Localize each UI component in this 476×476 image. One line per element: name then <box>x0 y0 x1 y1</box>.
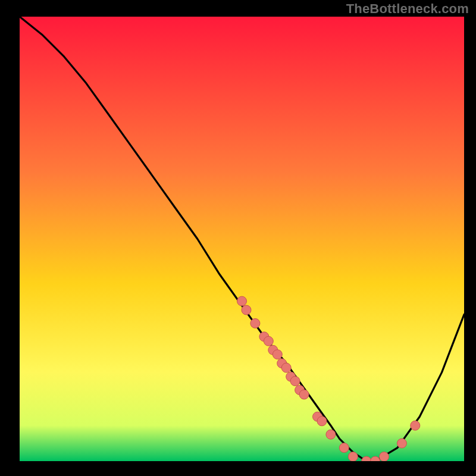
data-point <box>273 350 282 359</box>
data-point <box>339 443 349 453</box>
data-point <box>380 452 389 462</box>
data-point <box>348 452 358 462</box>
chart-svg <box>20 17 464 461</box>
data-point <box>281 363 291 372</box>
data-point <box>237 296 247 306</box>
plot-area <box>20 17 464 461</box>
data-point <box>264 336 273 346</box>
data-point <box>290 377 300 386</box>
data-point <box>317 416 327 426</box>
figure-frame: TheBottleneck.com <box>0 0 476 476</box>
data-point <box>326 430 336 439</box>
data-point <box>299 390 309 399</box>
data-point <box>250 318 260 328</box>
watermark-text: TheBottleneck.com <box>346 1 469 17</box>
data-point <box>411 421 420 430</box>
data-point <box>242 305 251 315</box>
data-point <box>397 439 406 448</box>
